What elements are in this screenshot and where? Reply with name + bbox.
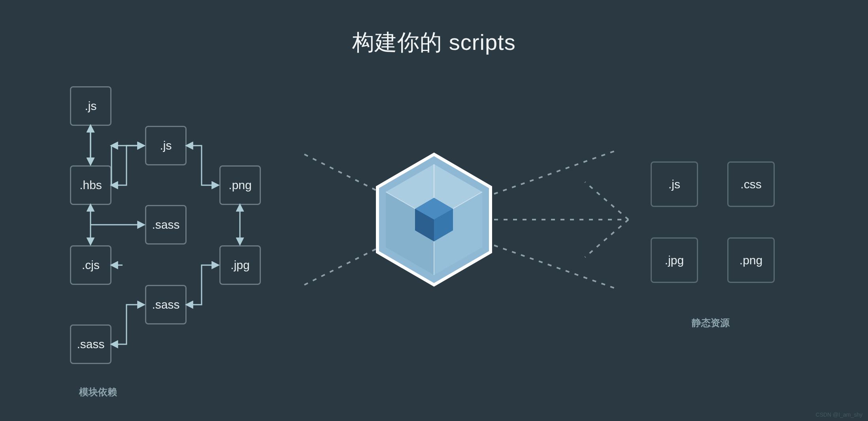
node-js-2: .js <box>145 126 187 165</box>
svg-line-9 <box>585 182 628 220</box>
node-label: .js <box>160 139 172 152</box>
svg-marker-21 <box>415 198 453 220</box>
node-label: .sass <box>152 218 179 231</box>
svg-line-5 <box>304 245 383 285</box>
node-label: .png <box>740 254 762 267</box>
webpack-cube-icon <box>377 154 491 285</box>
left-section-label: 模块依赖 <box>79 386 117 398</box>
node-label: .js <box>85 99 97 113</box>
svg-line-18 <box>434 192 482 220</box>
svg-marker-14 <box>386 192 434 275</box>
svg-marker-22 <box>415 209 434 241</box>
node-sass-2: .sass <box>145 285 187 324</box>
diagram-title: 构建你的 scripts <box>0 28 868 58</box>
node-label: .jpg <box>665 254 684 267</box>
node-label: .cjs <box>82 258 100 272</box>
diagram-svg-layer <box>0 0 868 421</box>
svg-marker-11 <box>377 154 491 285</box>
node-hbs: .hbs <box>70 165 111 205</box>
node-label: .js <box>668 178 680 191</box>
svg-marker-23 <box>434 209 453 241</box>
node-png: .png <box>219 165 261 205</box>
output-js: .js <box>651 161 698 207</box>
watermark: CSDN @I_am_shy <box>816 412 862 418</box>
svg-marker-15 <box>434 192 482 275</box>
output-png: .png <box>727 237 775 283</box>
svg-line-8 <box>494 245 617 289</box>
svg-line-4 <box>304 154 383 194</box>
svg-marker-20 <box>415 198 453 241</box>
node-sass-1: .sass <box>145 205 187 245</box>
node-label: .png <box>228 178 251 192</box>
node-label: .sass <box>77 338 104 351</box>
svg-line-6 <box>494 150 617 194</box>
node-sass-3: .sass <box>70 324 111 364</box>
svg-marker-12 <box>386 164 482 275</box>
svg-line-17 <box>386 192 434 220</box>
node-label: .jpg <box>230 258 249 272</box>
output-css: .css <box>727 161 775 207</box>
node-label: .sass <box>152 298 179 311</box>
svg-line-10 <box>585 220 628 257</box>
node-jpg: .jpg <box>219 245 261 285</box>
node-cjs: .cjs <box>70 245 111 285</box>
svg-marker-13 <box>386 164 482 220</box>
right-section-label: 静态资源 <box>692 317 730 329</box>
node-label: .hbs <box>79 178 102 192</box>
node-js-top: .js <box>70 86 111 126</box>
node-label: .css <box>740 178 761 191</box>
output-jpg: .jpg <box>651 237 698 283</box>
